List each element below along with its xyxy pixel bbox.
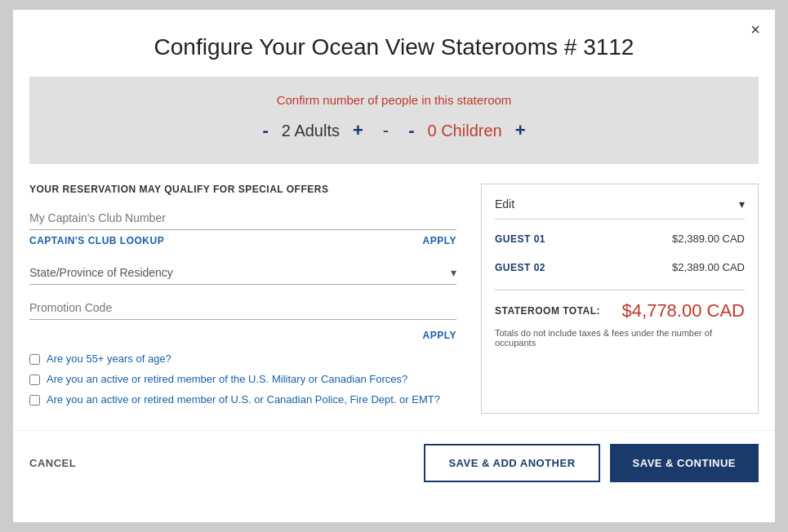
children-decrement-button[interactable]: - [405, 122, 417, 140]
promotion-code-input[interactable] [29, 295, 456, 320]
apply-promo-button[interactable]: APPLY [423, 330, 456, 341]
modal-dialog: × Configure Your Ocean View Staterooms #… [12, 9, 776, 523]
children-count: 0 Children [427, 122, 501, 140]
modal-title: Configure Your Ocean View Staterooms # 3… [13, 10, 775, 77]
checkbox-55-plus-input[interactable] [29, 354, 40, 365]
guest-01-price: $2,389.00 CAD [672, 233, 745, 245]
occupancy-confirm-label: Confirm number of people in this statero… [62, 93, 726, 107]
cancel-button[interactable]: CANCEL [29, 457, 76, 469]
adults-count: 2 Adults [282, 122, 340, 140]
right-panel: Edit ▾ GUEST 01 $2,389.00 CAD GUEST 02 $… [481, 184, 759, 414]
edit-dropdown[interactable]: Edit ▾ [495, 197, 745, 219]
special-offers-title: YOUR RESERVATION MAY QUALIFY FOR SPECIAL… [29, 184, 456, 195]
checkbox-police-input[interactable] [29, 395, 40, 406]
promo-row [29, 295, 456, 325]
guest-02-label: GUEST 02 [495, 262, 545, 273]
children-increment-button[interactable]: + [512, 122, 529, 140]
stateroom-total-price: $4,778.00 CAD [622, 300, 745, 321]
footer-buttons: SAVE & ADD ANOTHER SAVE & CONTINUE [424, 444, 759, 482]
left-panel: YOUR RESERVATION MAY QUALIFY FOR SPECIAL… [29, 184, 465, 414]
guest-02-row: GUEST 02 $2,389.00 CAD [495, 261, 745, 282]
state-province-dropdown[interactable]: State/Province of Residency ▾ [29, 259, 456, 285]
save-add-another-button[interactable]: SAVE & ADD ANOTHER [424, 444, 599, 482]
captains-club-lookup-link[interactable]: CAPTAIN'S CLUB LOOKUP [29, 235, 164, 246]
checkbox-55-plus[interactable]: Are you 55+ years of age? [29, 352, 456, 365]
footer: CANCEL SAVE & ADD ANOTHER SAVE & CONTINU… [13, 430, 775, 499]
stateroom-total-label: STATEROOM TOTAL: [495, 305, 600, 317]
chevron-down-icon: ▾ [451, 266, 456, 279]
checkbox-police[interactable]: Are you an active or retired member of U… [29, 393, 456, 406]
stateroom-total-row: STATEROOM TOTAL: $4,778.00 CAD [495, 300, 745, 321]
guest-01-label: GUEST 01 [495, 233, 545, 245]
save-continue-button[interactable]: SAVE & CONTINUE [610, 444, 759, 482]
adults-decrement-button[interactable]: - [259, 122, 271, 140]
adults-increment-button[interactable]: + [349, 122, 367, 140]
promo-apply-row: APPLY [29, 330, 456, 341]
checkbox-55-plus-label: Are you 55+ years of age? [47, 352, 171, 365]
checkbox-police-label: Are you an active or retired member of U… [47, 393, 440, 406]
captains-row: CAPTAIN'S CLUB LOOKUP APPLY [29, 235, 456, 246]
total-note: Totals do not include taxes & fees under… [495, 328, 745, 348]
edit-chevron-icon: ▾ [739, 197, 745, 211]
checkbox-military[interactable]: Are you an active or retired member of t… [29, 373, 456, 385]
occupancy-controls: - 2 Adults + - - 0 Children + [62, 120, 726, 141]
main-content: YOUR RESERVATION MAY QUALIFY FOR SPECIAL… [13, 164, 775, 430]
total-divider [495, 290, 745, 290]
edit-label: Edit [495, 197, 514, 211]
guest-01-row: GUEST 01 $2,389.00 CAD [495, 233, 745, 253]
guest-02-price: $2,389.00 CAD [672, 261, 745, 273]
occupancy-section: Confirm number of people in this statero… [29, 77, 759, 164]
close-button[interactable]: × [750, 21, 760, 38]
checkbox-military-input[interactable] [29, 375, 40, 385]
occupancy-separator: - [383, 120, 389, 141]
captains-club-input[interactable] [29, 205, 456, 230]
apply-captains-button[interactable]: APPLY [423, 235, 456, 246]
state-province-label: State/Province of Residency [29, 266, 173, 279]
checkbox-military-label: Are you an active or retired member of t… [47, 373, 407, 385]
